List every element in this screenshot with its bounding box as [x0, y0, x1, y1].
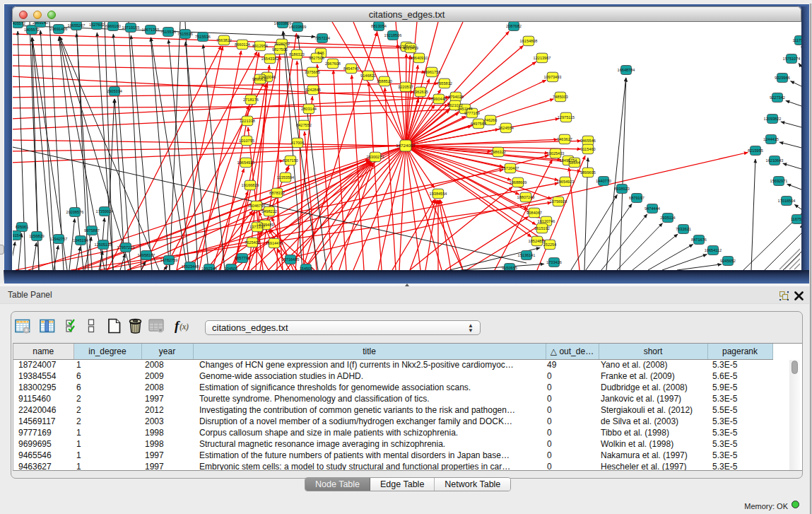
svg-text:9465546: 9465546 — [580, 139, 596, 143]
svg-text:12213967: 12213967 — [534, 56, 551, 60]
svg-text:9827506: 9827506 — [309, 56, 324, 60]
svg-text:16648784: 16648784 — [618, 68, 635, 72]
svg-text:8471676: 8471676 — [691, 238, 707, 242]
svg-text:7515536: 7515536 — [160, 30, 176, 34]
svg-text:9899695: 9899695 — [580, 170, 596, 175]
svg-text:8878332: 8878332 — [269, 191, 285, 195]
svg-text:12975115: 12975115 — [558, 115, 575, 119]
svg-text:1615192: 1615192 — [534, 226, 550, 230]
svg-text:1588520: 1588520 — [377, 79, 392, 83]
svg-text:10756928: 10756928 — [550, 199, 567, 204]
svg-text:3624554: 3624554 — [498, 126, 514, 130]
svg-text:9227342: 9227342 — [770, 95, 785, 100]
svg-text:12942757: 12942757 — [50, 237, 68, 241]
svg-text:104505: 104505 — [225, 267, 238, 270]
svg-text:58644: 58644 — [569, 160, 580, 165]
svg-text:2087682: 2087682 — [506, 24, 522, 28]
svg-text:7625402: 7625402 — [245, 240, 260, 245]
svg-text:2967608: 2967608 — [325, 62, 341, 66]
svg-text:9975887: 9975887 — [84, 228, 100, 233]
svg-text:10719155: 10719155 — [122, 25, 140, 30]
svg-text:20691406: 20691406 — [50, 27, 68, 31]
svg-text:5498222: 5498222 — [261, 209, 277, 214]
svg-text:3226053: 3226053 — [274, 42, 290, 46]
svg-text:7515536: 7515536 — [177, 32, 193, 36]
svg-text:1010755: 1010755 — [239, 139, 254, 143]
svg-text:9329966: 9329966 — [775, 76, 790, 80]
svg-text:8912954: 8912954 — [252, 44, 268, 48]
svg-text:7632621: 7632621 — [676, 227, 691, 231]
svg-text:39154: 39154 — [13, 233, 21, 238]
svg-text:154505: 154505 — [300, 267, 313, 270]
svg-text:16154808: 16154808 — [520, 39, 538, 43]
svg-text:4191419: 4191419 — [403, 46, 418, 50]
svg-text:16782759: 16782759 — [160, 258, 178, 262]
svg-text:1405572: 1405572 — [13, 22, 25, 25]
svg-text:12093822: 12093822 — [764, 117, 782, 121]
svg-text:1117536: 1117536 — [793, 38, 801, 42]
svg-text:6497568: 6497568 — [471, 122, 486, 126]
svg-text:9657791: 9657791 — [235, 256, 250, 260]
svg-text:1345194: 1345194 — [73, 238, 88, 243]
svg-text:10654112: 10654112 — [705, 248, 722, 252]
svg-text:2905334: 2905334 — [107, 89, 122, 93]
svg-text:6794028: 6794028 — [448, 95, 464, 99]
svg-text:8938923: 8938923 — [614, 187, 630, 191]
svg-text:1733426: 1733426 — [546, 260, 562, 264]
svg-text:9242845: 9242845 — [305, 88, 321, 92]
svg-text:15720407: 15720407 — [502, 166, 519, 170]
svg-text:18640910: 18640910 — [411, 56, 428, 60]
svg-text:19166829: 19166829 — [242, 183, 259, 187]
svg-text:7986322: 7986322 — [490, 150, 506, 154]
svg-text:15692971: 15692971 — [770, 179, 788, 183]
svg-text:9463627: 9463627 — [557, 137, 572, 141]
svg-text:16210643: 16210643 — [766, 158, 784, 163]
svg-text:10025433: 10025433 — [547, 151, 565, 156]
svg-text:25300273: 25300273 — [367, 155, 384, 159]
svg-text:1440770: 1440770 — [596, 179, 611, 183]
svg-text:3220537: 3220537 — [398, 85, 413, 89]
svg-text:1371337: 1371337 — [249, 225, 265, 229]
svg-text:6966160: 6966160 — [105, 24, 121, 28]
svg-text:18807249: 18807249 — [517, 195, 535, 199]
svg-text:10671355: 10671355 — [142, 28, 160, 32]
svg-text:2935114: 2935114 — [660, 216, 675, 220]
svg-text:116753: 116753 — [791, 217, 801, 221]
svg-text:10973493: 10973493 — [544, 75, 562, 79]
svg-text:8990448: 8990448 — [431, 97, 447, 101]
svg-text:12505135: 12505135 — [95, 243, 112, 247]
svg-text:546: 546 — [317, 51, 324, 55]
svg-text:15136141: 15136141 — [518, 253, 536, 257]
svg-text:8427552: 8427552 — [296, 123, 312, 127]
svg-text:8454749: 8454749 — [343, 66, 359, 71]
svg-text:2718176: 2718176 — [243, 98, 259, 102]
svg-text:417006: 417006 — [291, 141, 305, 145]
svg-text:835061: 835061 — [16, 225, 29, 229]
svg-text:16033809: 16033809 — [289, 25, 307, 29]
svg-text:1527602: 1527602 — [89, 23, 105, 27]
svg-text:8215955: 8215955 — [748, 148, 763, 153]
svg-text:8660124: 8660124 — [235, 42, 250, 47]
svg-text:7357224: 7357224 — [314, 36, 330, 40]
svg-text:19654923: 19654923 — [557, 180, 575, 184]
svg-text:15716485: 15716485 — [282, 257, 300, 262]
svg-text:19218506: 19218506 — [384, 33, 402, 37]
svg-text:12923448: 12923448 — [182, 264, 199, 269]
svg-text:9150655: 9150655 — [502, 266, 517, 270]
svg-text:10688609: 10688609 — [510, 180, 527, 185]
svg-text:7955812: 7955812 — [437, 81, 452, 86]
svg-text:7485003: 7485003 — [553, 95, 568, 99]
svg-text:1221338: 1221338 — [240, 119, 255, 123]
svg-text:11353594: 11353594 — [277, 175, 294, 180]
svg-text:9827503: 9827503 — [272, 47, 288, 52]
svg-text:1156829: 1156829 — [29, 234, 44, 238]
svg-text:9084067: 9084067 — [526, 211, 542, 215]
svg-text:16046756: 16046756 — [248, 204, 266, 208]
svg-text:15751074: 15751074 — [783, 57, 801, 61]
svg-text:9890612: 9890612 — [252, 77, 268, 81]
svg-text:16543382: 16543382 — [261, 57, 279, 61]
svg-text:8813054: 8813054 — [371, 24, 387, 28]
svg-text:17359924: 17359924 — [96, 209, 114, 214]
svg-text:9474444: 9474444 — [645, 206, 660, 211]
svg-text:1362615: 1362615 — [413, 90, 428, 94]
